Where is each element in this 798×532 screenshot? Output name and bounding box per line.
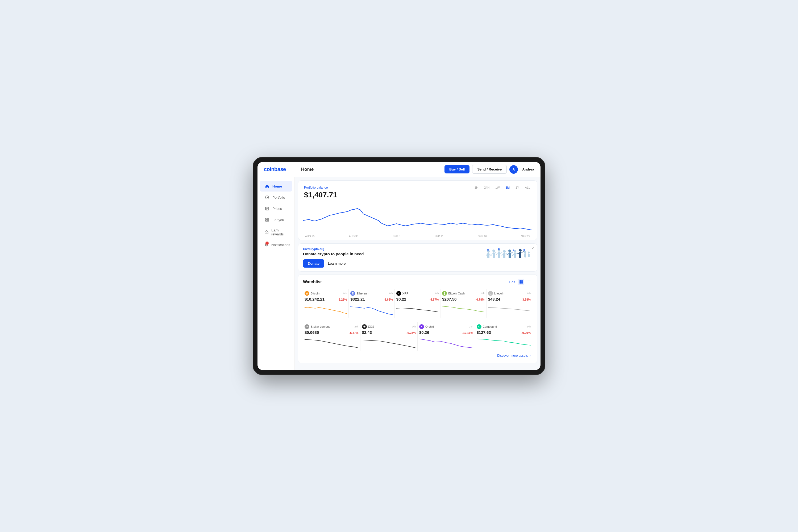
header: coinbase Home Buy / Sell Send / Receive … xyxy=(258,162,540,177)
crypto-card-ethereum[interactable]: Ξ Ethereum 24h $322.21 -6.65% xyxy=(349,289,395,318)
compound-timeframe: 24h xyxy=(527,325,531,328)
ethereum-name: Ethereum xyxy=(357,292,369,295)
stellar-name: Stellar Lumens xyxy=(311,325,330,328)
logo: coinbase xyxy=(264,166,301,172)
svg-line-23 xyxy=(506,253,507,254)
tablet-screen: coinbase Home Buy / Sell Send / Receive … xyxy=(258,162,540,370)
orchid-icon: ● xyxy=(419,324,424,329)
ethereum-chart xyxy=(350,304,393,316)
send-receive-button[interactable]: Send / Receive xyxy=(472,165,507,174)
bitcoin-change: -3.25% xyxy=(338,298,347,301)
time-filter-1y[interactable]: 1Y xyxy=(514,185,520,190)
xrp-name: XRP xyxy=(402,292,408,295)
edit-watchlist-button[interactable]: Edit xyxy=(509,280,515,284)
time-filters: 1H 24H 1W 1M 1Y ALL xyxy=(474,185,531,190)
bitcoin-price: $10,242.21 xyxy=(305,297,324,301)
donate-banner: GiveCrypto.org Donate crypto to people i… xyxy=(298,243,537,271)
sidebar-item-label-for-you: For you xyxy=(272,218,284,222)
orchid-timeframe: 24h xyxy=(469,325,473,328)
user-name: Andrea xyxy=(522,167,534,171)
svg-line-27 xyxy=(511,252,513,253)
stellar-chart xyxy=(305,337,359,349)
crypto-card-bitcoin-cash[interactable]: ₿ Bitcoin Cash 24h $207.50 -4.78% xyxy=(440,289,486,318)
ethereum-change: -6.65% xyxy=(384,298,393,301)
bitcoin-chart xyxy=(305,304,347,316)
xrp-icon: ✕ xyxy=(396,291,401,296)
compound-name: Compound xyxy=(483,325,497,328)
sidebar-item-portfolio[interactable]: Portfolio xyxy=(260,192,292,203)
svg-rect-33 xyxy=(519,252,521,258)
crypto-card-orchid[interactable]: ● Orchid 24h $0.26 -12.11% xyxy=(418,322,475,351)
orchid-price: $0.26 xyxy=(419,330,429,335)
litecoin-icon: Ł xyxy=(488,291,493,296)
svg-rect-42 xyxy=(513,249,514,251)
svg-point-20 xyxy=(503,250,506,253)
donate-button[interactable]: Donate xyxy=(303,259,324,268)
chart-label-4: SEP 11 xyxy=(435,235,444,238)
close-banner-button[interactable]: × xyxy=(531,246,534,251)
orchid-chart xyxy=(419,337,473,349)
eos-price: $2.43 xyxy=(362,330,372,335)
svg-rect-4 xyxy=(265,220,267,221)
compound-icon: C xyxy=(477,324,481,329)
time-filter-24h[interactable]: 24H xyxy=(483,185,491,190)
prices-icon xyxy=(264,206,270,211)
sidebar-item-earn-rewards[interactable]: Earn rewards xyxy=(260,226,292,239)
donate-illustration xyxy=(484,248,532,267)
learn-more-button[interactable]: Learn more xyxy=(327,259,347,268)
time-filter-1w[interactable]: 1W xyxy=(494,185,501,190)
svg-rect-43 xyxy=(524,249,525,251)
discover-more-link[interactable]: Discover more assets xyxy=(497,354,528,358)
grid-view-button[interactable] xyxy=(518,279,524,285)
xrp-price: $0.22 xyxy=(396,297,406,301)
compound-change: -9.29% xyxy=(521,331,531,334)
crypto-card-litecoin[interactable]: Ł Litecoin 24h $43.24 -3.58% xyxy=(487,289,532,318)
ethereum-price: $322.21 xyxy=(350,297,365,301)
time-filter-all[interactable]: ALL xyxy=(524,185,531,190)
svg-rect-46 xyxy=(519,282,521,284)
crypto-card-xrp[interactable]: ✕ XRP 24h $0.22 -4.57% xyxy=(395,289,440,318)
buy-sell-button[interactable]: Buy / Sell xyxy=(444,165,470,173)
watchlist-title: Watchlist xyxy=(303,280,322,284)
svg-rect-21 xyxy=(503,253,506,258)
svg-line-35 xyxy=(521,251,524,253)
chart-label-6: SEP 22 xyxy=(521,235,530,238)
svg-rect-39 xyxy=(528,253,530,257)
svg-point-32 xyxy=(519,249,521,252)
xrp-chart xyxy=(396,304,439,316)
sidebar: Home Portfolio xyxy=(258,177,295,370)
svg-line-11 xyxy=(490,254,491,255)
sidebar-item-for-you[interactable]: For you xyxy=(260,214,292,225)
svg-rect-9 xyxy=(487,253,490,258)
sidebar-item-prices[interactable]: Prices xyxy=(260,203,292,214)
eos-timeframe: 24h xyxy=(412,325,416,328)
watchlist-controls: Edit xyxy=(509,279,532,285)
logo-text: coinbase xyxy=(264,166,286,172)
stellar-timeframe: 24h xyxy=(354,325,358,328)
view-toggle xyxy=(518,279,532,285)
sidebar-item-label-prices: Prices xyxy=(272,207,282,211)
portfolio-chart xyxy=(303,202,532,234)
svg-line-19 xyxy=(500,252,502,253)
time-filter-1h[interactable]: 1H xyxy=(474,185,479,190)
portfolio-header: Portfolio balance 1H 24H 1W 1M 1Y ALL xyxy=(304,185,531,190)
chart-x-labels: AUG 25 AUG 30 SEP 5 SEP 11 SEP 16 SEP 22 xyxy=(304,235,531,238)
compound-price: $127.63 xyxy=(477,330,491,335)
sidebar-item-notifications[interactable]: 1 Notifications xyxy=(260,240,292,250)
crypto-card-stellar[interactable]: ✦ Stellar Lumens 24h $0.0680 -5.37% xyxy=(303,322,360,351)
svg-line-30 xyxy=(512,254,514,255)
sidebar-item-home[interactable]: Home xyxy=(260,181,292,191)
crypto-card-bitcoin[interactable]: ₿ Bitcoin 24h $10,242.21 -3.25% xyxy=(303,289,349,318)
svg-line-14 xyxy=(491,253,493,255)
litecoin-chart xyxy=(488,304,531,316)
svg-rect-3 xyxy=(267,218,269,220)
list-view-button[interactable] xyxy=(526,279,532,285)
crypto-card-compound[interactable]: C Compound 24h $127.63 -9.29% xyxy=(475,322,533,351)
ethereum-timeframe: 24h xyxy=(389,292,393,295)
svg-point-24 xyxy=(508,249,511,252)
crypto-card-eos[interactable]: ⬟ EOS 24h $2.43 -6.23% xyxy=(360,322,418,351)
svg-rect-44 xyxy=(519,280,521,282)
xrp-timeframe: 24h xyxy=(435,292,439,295)
svg-rect-25 xyxy=(509,252,511,258)
time-filter-1m[interactable]: 1M xyxy=(505,185,511,190)
